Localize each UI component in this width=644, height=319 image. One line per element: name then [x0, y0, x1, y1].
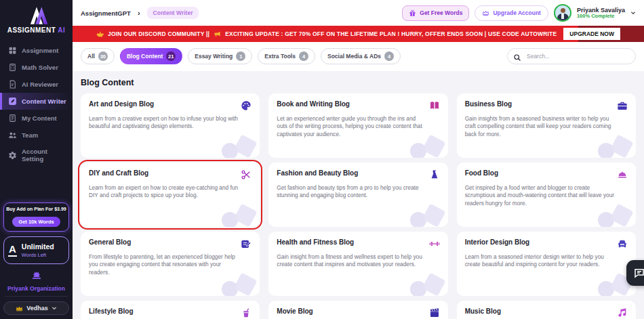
breadcrumb-separator-icon: › [138, 9, 140, 17]
card-description: Let an experienced writer guide you thro… [277, 115, 426, 138]
logo-mark-icon [23, 4, 50, 26]
plan-logo: A [8, 244, 17, 257]
card-description: Gain insight from a fitness and wellness… [277, 253, 426, 269]
card-health-and-fitness-blog[interactable]: Health and Fitness Blog Gain insight fro… [268, 232, 447, 296]
tab-label: Blog Content [127, 53, 163, 60]
tab-count-badge: 21 [166, 51, 176, 61]
crown-icon [16, 305, 23, 312]
app-root: ASSIGNMENT AI Assignment Math Solver AI … [0, 0, 644, 319]
card-title: Fashion and Beauty Blog [277, 169, 358, 177]
card-description: Get fashion and beauty tips from a pro t… [277, 184, 426, 200]
sidebar-item-team[interactable]: Team [0, 127, 73, 144]
card-description: Learn from a seasoned interior design wr… [465, 253, 615, 269]
upgrade-account-button[interactable]: Upgrade Account [475, 5, 548, 21]
card-title: Business Blog [465, 100, 512, 108]
sidebar: ASSIGNMENT AI Assignment Math Solver AI … [0, 0, 73, 319]
breadcrumb-root[interactable]: AssignmentGPT [81, 9, 131, 17]
card-description: Learn from an expert on how to create ey… [89, 184, 239, 200]
tab-label: Essay Writing [195, 53, 233, 60]
document-review-icon [8, 80, 17, 89]
tab-social-media-ads[interactable]: Social Media & ADs 4 [321, 48, 401, 64]
drink-icon [241, 307, 251, 318]
sidebar-item-label: Assignment [22, 47, 58, 54]
pen-square-icon [8, 97, 17, 106]
tab-label: All [87, 53, 95, 60]
breadcrumb-current[interactable]: Content Writer [147, 7, 199, 19]
card-book-and-writing-blog[interactable]: Book and Writing Blog Let an experienced… [268, 93, 447, 158]
user-switcher[interactable]: Vedhas [3, 301, 69, 315]
card-description: Learn from a creative expert on how to i… [89, 115, 239, 131]
sidebar-item-label: AI Reviewer [22, 81, 58, 88]
pointing-hand-icon [96, 30, 104, 38]
user-meta[interactable]: Priyank Savaliya 100% Complete [577, 7, 625, 20]
upgrade-account-label: Upgrade Account [493, 9, 541, 16]
sidebar-item-account-setting[interactable]: Account Setting [0, 144, 73, 167]
card-fashion-and-beauty-blog[interactable]: Fashion and Beauty Blog Get fashion and … [268, 163, 447, 227]
megaphone-icon [214, 30, 221, 38]
card-movie-blog[interactable]: Movie Blog Get the inside scoop on all t… [268, 301, 447, 319]
gear-icon [8, 151, 17, 160]
card-interior-design-blog[interactable]: Interior Design Blog Learn from a season… [457, 232, 636, 296]
tab-label: Extra Tools [264, 53, 296, 60]
user-status: 100% Complete [577, 14, 625, 20]
search-input[interactable] [507, 48, 636, 64]
tab-count-badge: 4 [299, 51, 308, 61]
tab-extra-tools[interactable]: Extra Tools 4 [258, 48, 315, 64]
card-description: Get inspired by a food writer and blogge… [465, 184, 615, 207]
sidebar-item-assignment[interactable]: Assignment [0, 42, 73, 59]
card-general-blog[interactable]: General Blog From lifestyle to parenting… [81, 232, 260, 296]
armchair-icon [617, 238, 628, 249]
scissors-icon [241, 169, 251, 180]
sidebar-item-label: Math Solver [22, 64, 58, 71]
app-logo[interactable]: ASSIGNMENT AI [0, 0, 73, 37]
card-decoration [406, 200, 444, 227]
card-food-blog[interactable]: Food Blog Get inspired by a food writer … [457, 163, 636, 227]
plan-subtitle: Words Left [22, 252, 54, 258]
card-business-blog[interactable]: Business Blog Gain insights from a seaso… [457, 93, 636, 158]
sidebar-item-label: Content Writer [22, 98, 66, 105]
card-decoration [406, 269, 444, 296]
tab-count-badge: 1 [236, 51, 245, 61]
note-pen-icon [241, 238, 251, 249]
card-title: Interior Design Blog [465, 238, 530, 246]
card-lifestyle-blog[interactable]: Lifestyle Blog Discover the secrets of l… [81, 301, 260, 319]
briefcase-icon [617, 100, 628, 111]
card-description: From lifestyle to parenting, let an expe… [89, 253, 239, 276]
get-10k-words-button[interactable]: Get 10k Words [12, 217, 60, 227]
upgrade-now-button[interactable]: UPGRADE NOW [563, 28, 620, 40]
team-icon [8, 131, 17, 140]
sidebar-item-label: Team [22, 131, 38, 139]
user-avatar[interactable] [554, 4, 571, 22]
search-icon [513, 52, 521, 60]
tab-blog-content[interactable]: Blog Content 21 [120, 48, 182, 64]
card-decoration [218, 131, 256, 158]
tab-all[interactable]: All 30 [81, 48, 115, 64]
tab-essay-writing[interactable]: Essay Writing 1 [188, 48, 252, 64]
card-title: Movie Blog [277, 307, 313, 315]
sidebar-bottom: Buy Add on Plan For $3.99 Get 10k Words … [0, 203, 73, 319]
card-title: Food Blog [465, 169, 498, 177]
card-title: Lifestyle Blog [89, 307, 134, 315]
sidebar-item-ai-reviewer[interactable]: AI Reviewer [0, 76, 73, 93]
cloche-icon [617, 169, 628, 180]
main-area: AssignmentGPT › Content Writer Get Free … [73, 0, 644, 319]
organization-name[interactable]: Priyank Organization [3, 285, 69, 292]
logo-text: ASSIGNMENT AI [0, 26, 73, 34]
get-free-words-label: Get Free Words [420, 9, 462, 16]
card-music-blog[interactable]: Music Blog Learn from a music blogger to… [457, 301, 636, 319]
get-free-words-button[interactable]: Get Free Words [402, 5, 469, 21]
chat-widget-button[interactable] [626, 260, 644, 286]
sidebar-item-content-writer[interactable]: Content Writer [0, 93, 73, 110]
card-art-and-design-blog[interactable]: Art and Design Blog Learn from a creativ… [81, 93, 260, 158]
card-grid: Art and Design Blog Learn from a creativ… [81, 93, 636, 319]
gift-icon [409, 9, 416, 17]
sidebar-item-math-solver[interactable]: Math Solver [0, 59, 73, 76]
music-note-icon [617, 307, 628, 318]
clapperboard-icon [429, 307, 440, 318]
card-diy-and-craft-blog[interactable]: DIY and Craft Blog Learn from an expert … [81, 163, 260, 227]
sidebar-item-my-content[interactable]: My Content [0, 110, 73, 127]
chevron-down-icon[interactable] [630, 10, 636, 16]
header-actions: Get Free Words Upgrade Account Priyank S… [402, 4, 636, 22]
palette-icon [241, 100, 251, 111]
section-title: Blog Content [81, 78, 636, 87]
